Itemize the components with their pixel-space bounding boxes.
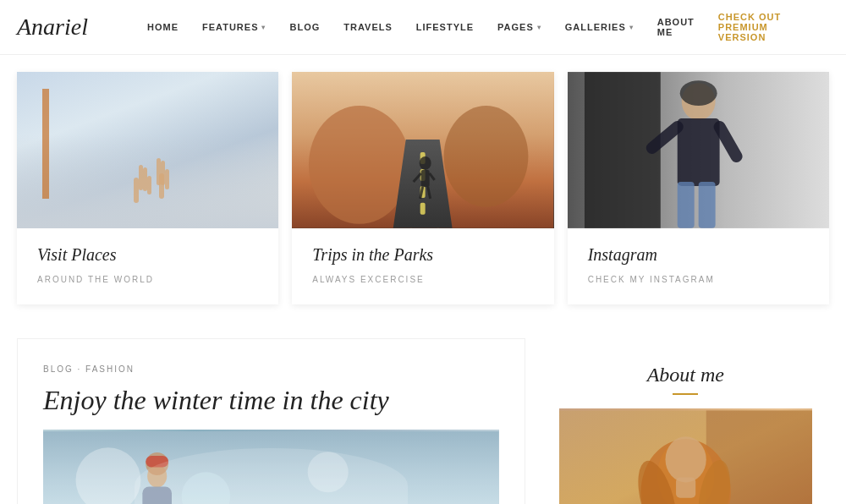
- about-portrait: [559, 408, 812, 504]
- svg-point-10: [444, 106, 529, 207]
- svg-rect-1: [139, 165, 143, 190]
- site-header: Anariel HOME FEATURES ▾ BLOG TRAVELS LIF…: [0, 0, 846, 55]
- card-1-title: Visit Places: [37, 245, 258, 265]
- features-dropdown-icon: ▾: [261, 24, 266, 31]
- svg-rect-28: [698, 182, 715, 228]
- about-divider: [673, 393, 698, 395]
- svg-rect-26: [677, 118, 719, 186]
- cards-section: Visit Places AROUND THE WORLD: [17, 72, 829, 304]
- svg-rect-3: [147, 176, 151, 194]
- svg-rect-5: [157, 158, 161, 185]
- main-nav: HOME FEATURES ▾ BLOG TRAVELS LIFESTYLE P…: [135, 12, 829, 42]
- road-scene-icon: [292, 72, 553, 228]
- svg-rect-46: [676, 478, 695, 498]
- galleries-dropdown-icon: ▾: [629, 24, 634, 31]
- blog-image: [43, 430, 499, 504]
- pages-dropdown-icon: ▾: [537, 24, 541, 31]
- nav-home[interactable]: HOME: [135, 22, 190, 32]
- card-3-body: Instagram CHECK MY INSTAGRAM: [568, 228, 829, 304]
- svg-rect-6: [161, 161, 165, 185]
- site-logo[interactable]: Anariel: [17, 14, 102, 41]
- about-section: About me: [542, 338, 829, 504]
- about-title: About me: [559, 364, 812, 386]
- svg-point-16: [420, 156, 431, 170]
- person-wall-icon: [568, 72, 829, 228]
- card-1-image: [17, 72, 278, 228]
- svg-rect-15: [420, 203, 426, 215]
- card-1-subtitle: AROUND THE WORLD: [37, 275, 258, 284]
- about-image: [559, 408, 812, 504]
- card-3-title: Instagram: [588, 245, 809, 265]
- bottom-section: BLOG · FASHION Enjoy the winter time in …: [17, 338, 829, 504]
- svg-point-9: [309, 106, 410, 224]
- card-2-subtitle: ALWAYS EXCERCISE: [312, 275, 533, 284]
- nav-galleries[interactable]: GALLERIES ▾: [553, 22, 645, 32]
- card-visit-places[interactable]: Visit Places AROUND THE WORLD: [17, 72, 278, 304]
- svg-rect-0: [134, 178, 139, 203]
- card-2-body: Trips in the Parks ALWAYS EXCERCISE: [292, 228, 553, 304]
- main-content: Visit Places AROUND THE WORLD: [0, 55, 846, 504]
- svg-rect-17: [421, 170, 430, 187]
- card-3-image: [568, 72, 829, 228]
- blog-image-scene: [43, 430, 499, 504]
- svg-point-45: [665, 436, 706, 482]
- blog-category: BLOG · FASHION: [43, 364, 499, 374]
- svg-point-25: [679, 80, 717, 106]
- svg-point-35: [147, 465, 167, 488]
- card-1-body: Visit Places AROUND THE WORLD: [17, 228, 278, 304]
- svg-rect-37: [146, 456, 168, 467]
- card-trips-parks[interactable]: Trips in the Parks ALWAYS EXCERCISE: [292, 72, 553, 304]
- nav-blog[interactable]: BLOG: [277, 22, 332, 32]
- svg-rect-27: [677, 182, 694, 228]
- nav-lifestyle[interactable]: LIFESTYLE: [404, 22, 486, 32]
- svg-point-33: [182, 473, 231, 504]
- card-2-image: [292, 72, 553, 228]
- nav-travels[interactable]: TRAVELS: [332, 22, 404, 32]
- svg-point-34: [308, 452, 349, 493]
- card-2-title: Trips in the Parks: [312, 245, 533, 265]
- blog-section: BLOG · FASHION Enjoy the winter time in …: [17, 338, 525, 504]
- svg-rect-2: [143, 167, 147, 191]
- nav-features[interactable]: FEATURES ▾: [190, 22, 277, 32]
- card-3-subtitle: CHECK MY INSTAGRAM: [588, 275, 809, 284]
- card-instagram[interactable]: Instagram CHECK MY INSTAGRAM: [568, 72, 829, 304]
- hands-icon: [118, 144, 178, 211]
- blog-title[interactable]: Enjoy the winter time in the city: [43, 384, 499, 416]
- nav-pages[interactable]: PAGES ▾: [486, 22, 553, 32]
- svg-rect-7: [165, 169, 169, 189]
- nav-about-me[interactable]: ABOUT ME: [645, 17, 706, 37]
- nav-premium[interactable]: CHECK OUT PREMIUM VERSION: [706, 12, 829, 42]
- svg-rect-38: [142, 487, 172, 504]
